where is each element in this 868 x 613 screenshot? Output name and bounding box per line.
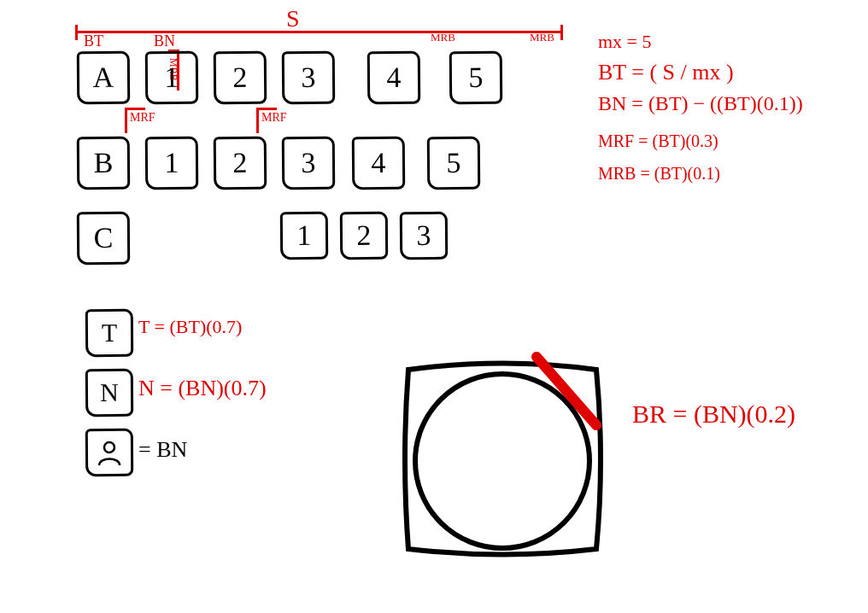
cell-c1: 1 <box>280 212 328 260</box>
label-mrf-left: MRF <box>130 111 155 125</box>
span-line <box>75 31 562 33</box>
svg-point-0 <box>104 442 114 452</box>
cell-a4: 4 <box>367 51 421 105</box>
label-bn: BN <box>154 32 175 50</box>
svg-point-1 <box>415 374 589 548</box>
legend-avatar-eq: = BN <box>138 437 187 463</box>
formula-mx: mx = 5 <box>598 31 652 53</box>
label-bt: BT <box>84 32 103 50</box>
row-label-c: C <box>77 212 131 266</box>
mrf-bracket-left-v <box>125 108 127 133</box>
cell-b1: 1 <box>145 137 199 190</box>
mrf-bracket-mid-v <box>256 108 259 133</box>
diagram-canvas: S BT BN MRB MRB MRB A 1 2 3 4 5 MRF MRF … <box>0 0 868 613</box>
detail-square-circle <box>391 348 613 570</box>
cell-c2: 2 <box>340 212 388 260</box>
formula-bn: BN = (BT) − ((BT)(0.1)) <box>598 92 803 115</box>
person-icon <box>95 438 124 467</box>
formula-bt: BT = ( S / mx ) <box>598 60 734 85</box>
cell-b2: 2 <box>214 137 267 190</box>
cell-c3: 3 <box>400 212 448 260</box>
formula-br: BR = (BN)(0.2) <box>632 400 795 429</box>
row-label-a: A <box>77 51 131 105</box>
cell-a3: 3 <box>282 51 336 105</box>
cell-b3: 3 <box>282 137 336 190</box>
legend-box-t: T <box>85 309 133 357</box>
cell-a5: 5 <box>449 51 503 105</box>
legend-box-avatar <box>85 429 133 476</box>
label-mrb-end: MRB <box>530 31 554 44</box>
row-label-b: B <box>77 137 131 190</box>
span-label: S <box>286 5 300 32</box>
label-mrf-mid: MRF <box>261 111 287 125</box>
mrf-bracket-mid-h <box>256 108 277 110</box>
label-mrb-mid: MRB <box>431 31 455 44</box>
cell-a2: 2 <box>214 51 267 105</box>
span-tick-left <box>75 25 78 40</box>
formula-mrf: MRF = (BT)(0.3) <box>598 131 718 151</box>
mrf-bracket-left-h <box>125 108 145 110</box>
cell-b4: 4 <box>352 137 406 190</box>
legend-formula-n: N = (BN)(0.7) <box>138 376 267 401</box>
legend-box-n: N <box>85 369 133 417</box>
span-tick-right <box>560 25 563 40</box>
formula-mrb: MRB = (BT)(0.1) <box>598 164 720 184</box>
legend-formula-t: T = (BT)(0.7) <box>138 316 242 338</box>
cell-a1: 1 <box>145 51 199 105</box>
cell-b5: 5 <box>427 137 481 190</box>
